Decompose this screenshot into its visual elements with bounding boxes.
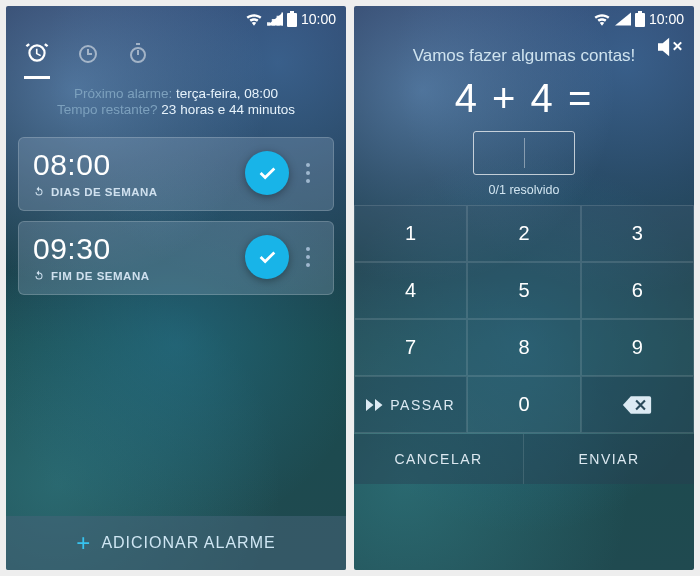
next-alarm-value: terça-feira, 08:00 bbox=[176, 86, 278, 101]
math-equation: 4 + 4 = bbox=[372, 76, 676, 121]
cancel-button[interactable]: CANCELAR bbox=[354, 434, 524, 484]
next-alarm-label: Próximo alarme: bbox=[74, 86, 172, 101]
add-alarm-label: ADICIONAR ALARME bbox=[101, 534, 275, 552]
key-4[interactable]: 4 bbox=[354, 262, 467, 319]
alarm-clock-icon bbox=[24, 40, 50, 66]
key-9[interactable]: 9 bbox=[581, 319, 694, 376]
repeat-icon bbox=[33, 270, 45, 282]
repeat-icon bbox=[33, 186, 45, 198]
bottom-actions: CANCELAR ENVIAR bbox=[354, 433, 694, 484]
math-challenge-screen: 10:00 Vamos fazer algumas contas! 4 + 4 … bbox=[354, 6, 694, 570]
add-alarm-button[interactable]: + ADICIONAR ALARME bbox=[6, 516, 346, 570]
key-8[interactable]: 8 bbox=[467, 319, 580, 376]
mute-button[interactable] bbox=[658, 36, 684, 62]
alarm-list-screen: 10:00 Próximo alarme: terça-feira, 08:00… bbox=[6, 6, 346, 570]
wifi-icon bbox=[593, 12, 611, 26]
key-backspace[interactable] bbox=[581, 376, 694, 433]
key-skip[interactable]: PASSAR bbox=[354, 376, 467, 433]
alarm-card[interactable]: 08:00 DIAS DE SEMANA bbox=[18, 137, 334, 211]
check-icon bbox=[256, 162, 278, 184]
send-button[interactable]: ENVIAR bbox=[524, 434, 694, 484]
alarm-card[interactable]: 09:30 FIM DE SEMANA bbox=[18, 221, 334, 295]
key-5[interactable]: 5 bbox=[467, 262, 580, 319]
skip-icon bbox=[366, 398, 384, 412]
solved-counter: 0/1 resolvido bbox=[372, 183, 676, 197]
timer-icon bbox=[76, 42, 100, 66]
alarm-time: 08:00 bbox=[33, 148, 237, 182]
status-time: 10:00 bbox=[301, 11, 336, 27]
status-bar: 10:00 bbox=[354, 6, 694, 32]
time-left-label: Tempo restante? bbox=[57, 102, 158, 117]
alarm-repeat: FIM DE SEMANA bbox=[33, 270, 237, 282]
next-alarm-info: Próximo alarme: terça-feira, 08:00 Tempo… bbox=[20, 86, 332, 117]
tab-alarm[interactable] bbox=[24, 40, 50, 79]
key-7[interactable]: 7 bbox=[354, 319, 467, 376]
wifi-icon bbox=[245, 12, 263, 26]
overflow-menu[interactable] bbox=[297, 163, 319, 183]
alarm-time: 09:30 bbox=[33, 232, 237, 266]
tab-timer[interactable] bbox=[76, 42, 100, 70]
key-6[interactable]: 6 bbox=[581, 262, 694, 319]
math-title: Vamos fazer algumas contas! bbox=[372, 46, 676, 66]
alarm-repeat: DIAS DE SEMANA bbox=[33, 186, 237, 198]
stopwatch-icon bbox=[126, 42, 150, 66]
alarm-cards: 08:00 DIAS DE SEMANA 09:30 FIM DE SE bbox=[6, 121, 346, 311]
top-tabs bbox=[6, 32, 346, 80]
signal-icon bbox=[615, 12, 631, 26]
key-2[interactable]: 2 bbox=[467, 205, 580, 262]
signal-icon bbox=[267, 12, 283, 26]
tab-stopwatch[interactable] bbox=[126, 42, 150, 70]
keypad: 1 2 3 4 5 6 7 8 9 PASSAR 0 bbox=[354, 205, 694, 433]
time-left-value: 23 horas e 44 minutos bbox=[161, 102, 295, 117]
speaker-mute-icon bbox=[658, 36, 684, 58]
status-time: 10:00 bbox=[649, 11, 684, 27]
key-1[interactable]: 1 bbox=[354, 205, 467, 262]
check-icon bbox=[256, 246, 278, 268]
battery-icon bbox=[287, 11, 297, 27]
alarm-toggle[interactable] bbox=[245, 235, 289, 279]
key-3[interactable]: 3 bbox=[581, 205, 694, 262]
status-bar: 10:00 bbox=[6, 6, 346, 32]
answer-input[interactable] bbox=[473, 131, 575, 175]
overflow-menu[interactable] bbox=[297, 247, 319, 267]
key-0[interactable]: 0 bbox=[467, 376, 580, 433]
backspace-icon bbox=[622, 395, 652, 415]
alarm-toggle[interactable] bbox=[245, 151, 289, 195]
battery-icon bbox=[635, 11, 645, 27]
